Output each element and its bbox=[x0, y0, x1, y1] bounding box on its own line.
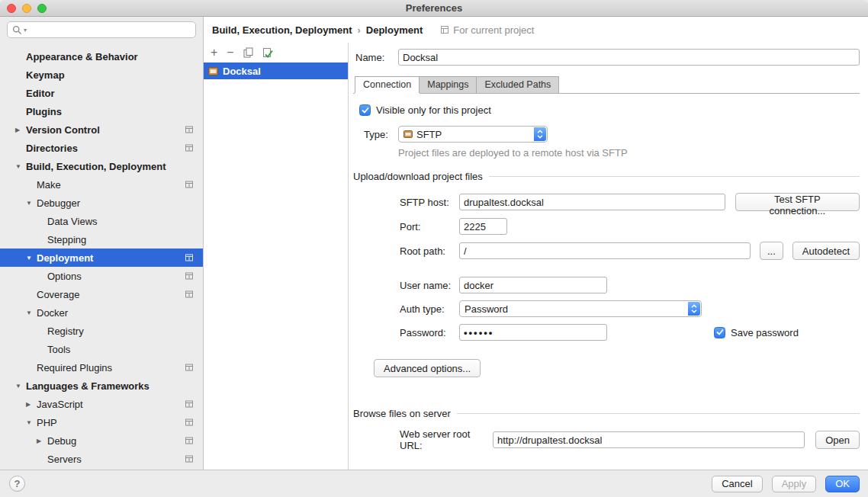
current-project-icon bbox=[185, 143, 194, 152]
server-list: Docksal bbox=[204, 63, 348, 79]
sidebar-item-label: Version Control bbox=[26, 124, 100, 136]
add-server-icon[interactable]: + bbox=[211, 46, 217, 59]
help-button[interactable]: ? bbox=[9, 476, 25, 492]
sidebar-item-servers[interactable]: Servers bbox=[0, 450, 203, 468]
sidebar-item-docker[interactable]: ▼Docker bbox=[0, 303, 203, 322]
sidebar-item-keymap[interactable]: Keymap bbox=[0, 66, 203, 84]
sidebar-item-label: Make bbox=[37, 179, 61, 191]
settings-search-box[interactable]: ▾ bbox=[7, 21, 196, 38]
save-password-checkbox[interactable] bbox=[714, 327, 725, 338]
current-project-icon bbox=[185, 290, 194, 299]
sidebar-item-registry[interactable]: Registry bbox=[0, 322, 203, 340]
sidebar-item-editor[interactable]: Editor bbox=[0, 84, 203, 102]
sftp-protocol-icon bbox=[403, 130, 413, 139]
chevron-right-icon[interactable]: ▶ bbox=[26, 401, 37, 408]
open-button[interactable]: Open bbox=[815, 431, 860, 449]
window-title: Preferences bbox=[0, 2, 868, 14]
sidebar-item-version-control[interactable]: ▶Version Control bbox=[0, 120, 203, 139]
chevron-down-icon[interactable]: ▼ bbox=[26, 255, 37, 261]
sidebar-item-stepping[interactable]: Stepping bbox=[0, 230, 203, 248]
sftp-host-input[interactable] bbox=[459, 194, 725, 210]
cancel-button[interactable]: Cancel bbox=[712, 476, 762, 492]
server-name: Docksal bbox=[223, 66, 261, 77]
sidebar-item-label: Plugins bbox=[26, 106, 62, 117]
auth-type-value: Password bbox=[465, 303, 508, 315]
ok-button[interactable]: OK bbox=[825, 476, 860, 492]
type-label: Type: bbox=[364, 129, 398, 140]
current-project-icon bbox=[185, 418, 194, 427]
chevron-down-icon[interactable]: ▼ bbox=[15, 383, 26, 390]
settings-search-input[interactable] bbox=[28, 24, 191, 36]
sftp-host-label: SFTP host: bbox=[400, 197, 459, 208]
auth-type-label: Auth type: bbox=[400, 303, 459, 315]
chevron-down-icon[interactable]: ▼ bbox=[15, 163, 26, 170]
browse-section-header: Browse files on server bbox=[353, 408, 860, 419]
tab-connection[interactable]: Connection bbox=[355, 76, 420, 93]
sidebar-item-javascript[interactable]: ▶JavaScript bbox=[0, 395, 203, 413]
sidebar-item-label: Debugger bbox=[37, 197, 80, 209]
chevron-down-icon[interactable]: ▼ bbox=[26, 419, 37, 426]
sidebar-item-directories[interactable]: Directories bbox=[0, 139, 203, 157]
tab-excluded-paths[interactable]: Excluded Paths bbox=[476, 76, 559, 93]
copy-server-icon[interactable] bbox=[243, 47, 253, 58]
sidebar-item-data-views[interactable]: Data Views bbox=[0, 212, 203, 230]
sidebar-item-label: Deployment bbox=[37, 252, 93, 264]
chevron-right-icon[interactable]: ▶ bbox=[37, 438, 47, 444]
web-root-label: Web server root URL: bbox=[400, 428, 493, 451]
settings-sidebar: ▾ Appearance & BehaviorKeymapEditorPlugi… bbox=[0, 17, 204, 470]
sidebar-item-appearance-behavior[interactable]: Appearance & Behavior bbox=[0, 47, 203, 66]
current-project-icon bbox=[185, 436, 194, 445]
sidebar-item-php[interactable]: ▼PHP bbox=[0, 413, 203, 431]
advanced-options-row: Advanced options... bbox=[374, 359, 860, 377]
remove-server-icon[interactable]: − bbox=[227, 46, 233, 59]
test-sftp-connection-button[interactable]: Test SFTP connection... bbox=[735, 193, 860, 211]
deployment-form: Name: Connection Mappings Excluded Paths bbox=[349, 43, 868, 470]
breadcrumb-segment-current: Deployment bbox=[366, 24, 423, 36]
chevron-down-icon[interactable]: ▼ bbox=[26, 200, 37, 207]
web-root-input[interactable] bbox=[493, 431, 805, 448]
sidebar-item-label: Debug bbox=[47, 435, 76, 447]
chevron-right-icon[interactable]: ▶ bbox=[15, 127, 26, 133]
sidebar-item-build-execution-deployment[interactable]: ▼Build, Execution, Deployment bbox=[0, 157, 203, 175]
apply-button[interactable]: Apply bbox=[772, 476, 817, 492]
sidebar-item-make[interactable]: Make bbox=[0, 175, 203, 194]
for-current-project-icon bbox=[440, 25, 449, 34]
user-name-input[interactable] bbox=[459, 277, 607, 293]
sidebar-item-label: Stepping bbox=[47, 234, 86, 245]
current-project-icon bbox=[185, 454, 194, 463]
use-as-default-icon[interactable] bbox=[262, 47, 273, 58]
name-label: Name: bbox=[355, 52, 398, 63]
password-row: Password: Save password bbox=[400, 324, 860, 341]
sidebar-item-plugins[interactable]: Plugins bbox=[0, 102, 203, 120]
sidebar-item-options[interactable]: Options bbox=[0, 267, 203, 285]
visible-only-checkbox[interactable] bbox=[359, 104, 371, 116]
port-input[interactable] bbox=[459, 218, 507, 235]
dialog-footer: ? Cancel Apply OK bbox=[0, 470, 868, 497]
tab-mappings[interactable]: Mappings bbox=[419, 76, 477, 93]
root-path-input[interactable] bbox=[459, 242, 751, 259]
name-input[interactable] bbox=[398, 49, 860, 66]
breadcrumb-segment-root[interactable]: Build, Execution, Deployment bbox=[212, 24, 352, 36]
sidebar-item-debug[interactable]: ▶Debug bbox=[0, 431, 203, 450]
auth-type-select[interactable]: Password bbox=[459, 300, 702, 317]
sidebar-item-required-plugins[interactable]: Required Plugins bbox=[0, 358, 203, 377]
sidebar-item-coverage[interactable]: Coverage bbox=[0, 285, 203, 303]
settings-tree: Appearance & BehaviorKeymapEditorPlugins… bbox=[0, 47, 203, 470]
password-input[interactable] bbox=[459, 324, 607, 341]
browse-root-path-button[interactable]: ... bbox=[760, 242, 783, 260]
auth-type-row: Auth type: Password bbox=[400, 300, 860, 317]
sidebar-item-label: Appearance & Behavior bbox=[26, 51, 138, 63]
sidebar-item-deployment[interactable]: ▼Deployment bbox=[0, 248, 203, 267]
chevron-down-icon[interactable]: ▼ bbox=[26, 309, 37, 316]
sidebar-item-tools[interactable]: Tools bbox=[0, 340, 203, 358]
advanced-options-button[interactable]: Advanced options... bbox=[374, 359, 481, 377]
sidebar-item-languages-frameworks[interactable]: ▼Languages & Frameworks bbox=[0, 377, 203, 395]
autodetect-button[interactable]: Autodetect bbox=[792, 242, 860, 260]
sidebar-item-label: Build, Execution, Deployment bbox=[26, 161, 166, 172]
sidebar-item-debugger[interactable]: ▼Debugger bbox=[0, 194, 203, 212]
server-list-item-docksal[interactable]: Docksal bbox=[204, 63, 348, 79]
search-caret-icon: ▾ bbox=[24, 27, 27, 34]
current-project-icon bbox=[185, 253, 194, 262]
type-select[interactable]: SFTP bbox=[398, 126, 548, 143]
search-icon bbox=[12, 25, 22, 35]
